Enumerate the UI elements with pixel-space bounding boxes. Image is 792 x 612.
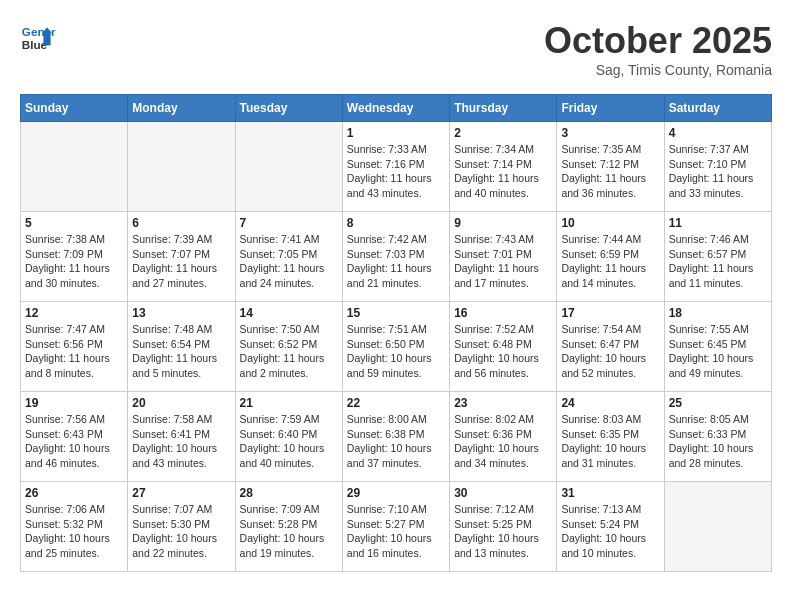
calendar-week-row: 1Sunrise: 7:33 AM Sunset: 7:16 PM Daylig… (21, 122, 772, 212)
calendar-cell: 24Sunrise: 8:03 AM Sunset: 6:35 PM Dayli… (557, 392, 664, 482)
day-info: Sunrise: 7:46 AM Sunset: 6:57 PM Dayligh… (669, 232, 767, 291)
day-info: Sunrise: 8:05 AM Sunset: 6:33 PM Dayligh… (669, 412, 767, 471)
weekday-header: Tuesday (235, 95, 342, 122)
calendar-cell (21, 122, 128, 212)
weekday-header: Wednesday (342, 95, 449, 122)
day-info: Sunrise: 7:41 AM Sunset: 7:05 PM Dayligh… (240, 232, 338, 291)
day-number: 13 (132, 306, 230, 320)
day-number: 3 (561, 126, 659, 140)
day-number: 23 (454, 396, 552, 410)
calendar-cell: 5Sunrise: 7:38 AM Sunset: 7:09 PM Daylig… (21, 212, 128, 302)
day-info: Sunrise: 8:02 AM Sunset: 6:36 PM Dayligh… (454, 412, 552, 471)
day-number: 5 (25, 216, 123, 230)
calendar-cell: 6Sunrise: 7:39 AM Sunset: 7:07 PM Daylig… (128, 212, 235, 302)
calendar-cell: 12Sunrise: 7:47 AM Sunset: 6:56 PM Dayli… (21, 302, 128, 392)
calendar-cell: 17Sunrise: 7:54 AM Sunset: 6:47 PM Dayli… (557, 302, 664, 392)
calendar-cell (235, 122, 342, 212)
day-number: 18 (669, 306, 767, 320)
calendar-cell: 10Sunrise: 7:44 AM Sunset: 6:59 PM Dayli… (557, 212, 664, 302)
calendar-cell: 16Sunrise: 7:52 AM Sunset: 6:48 PM Dayli… (450, 302, 557, 392)
weekday-header: Thursday (450, 95, 557, 122)
calendar-cell: 25Sunrise: 8:05 AM Sunset: 6:33 PM Dayli… (664, 392, 771, 482)
day-info: Sunrise: 7:38 AM Sunset: 7:09 PM Dayligh… (25, 232, 123, 291)
day-info: Sunrise: 7:56 AM Sunset: 6:43 PM Dayligh… (25, 412, 123, 471)
month-title: October 2025 (544, 20, 772, 62)
calendar-cell: 4Sunrise: 7:37 AM Sunset: 7:10 PM Daylig… (664, 122, 771, 212)
day-number: 12 (25, 306, 123, 320)
day-number: 9 (454, 216, 552, 230)
day-number: 16 (454, 306, 552, 320)
day-info: Sunrise: 7:44 AM Sunset: 6:59 PM Dayligh… (561, 232, 659, 291)
calendar-week-row: 5Sunrise: 7:38 AM Sunset: 7:09 PM Daylig… (21, 212, 772, 302)
svg-text:General: General (22, 25, 56, 38)
calendar-cell: 7Sunrise: 7:41 AM Sunset: 7:05 PM Daylig… (235, 212, 342, 302)
day-number: 19 (25, 396, 123, 410)
day-info: Sunrise: 7:10 AM Sunset: 5:27 PM Dayligh… (347, 502, 445, 561)
day-info: Sunrise: 7:47 AM Sunset: 6:56 PM Dayligh… (25, 322, 123, 381)
day-number: 25 (669, 396, 767, 410)
calendar-cell: 28Sunrise: 7:09 AM Sunset: 5:28 PM Dayli… (235, 482, 342, 572)
day-number: 24 (561, 396, 659, 410)
calendar-cell: 20Sunrise: 7:58 AM Sunset: 6:41 PM Dayli… (128, 392, 235, 482)
day-info: Sunrise: 7:13 AM Sunset: 5:24 PM Dayligh… (561, 502, 659, 561)
calendar-week-row: 12Sunrise: 7:47 AM Sunset: 6:56 PM Dayli… (21, 302, 772, 392)
calendar-cell: 8Sunrise: 7:42 AM Sunset: 7:03 PM Daylig… (342, 212, 449, 302)
calendar-cell: 19Sunrise: 7:56 AM Sunset: 6:43 PM Dayli… (21, 392, 128, 482)
day-number: 30 (454, 486, 552, 500)
day-info: Sunrise: 7:37 AM Sunset: 7:10 PM Dayligh… (669, 142, 767, 201)
day-number: 20 (132, 396, 230, 410)
day-info: Sunrise: 7:35 AM Sunset: 7:12 PM Dayligh… (561, 142, 659, 201)
calendar-cell: 3Sunrise: 7:35 AM Sunset: 7:12 PM Daylig… (557, 122, 664, 212)
day-info: Sunrise: 7:34 AM Sunset: 7:14 PM Dayligh… (454, 142, 552, 201)
calendar-cell: 21Sunrise: 7:59 AM Sunset: 6:40 PM Dayli… (235, 392, 342, 482)
calendar-week-row: 26Sunrise: 7:06 AM Sunset: 5:32 PM Dayli… (21, 482, 772, 572)
day-number: 8 (347, 216, 445, 230)
location: Sag, Timis County, Romania (544, 62, 772, 78)
day-number: 26 (25, 486, 123, 500)
day-info: Sunrise: 7:52 AM Sunset: 6:48 PM Dayligh… (454, 322, 552, 381)
calendar-cell: 29Sunrise: 7:10 AM Sunset: 5:27 PM Dayli… (342, 482, 449, 572)
day-number: 2 (454, 126, 552, 140)
calendar-cell (664, 482, 771, 572)
logo: General Blue (20, 20, 56, 56)
calendar-cell: 23Sunrise: 8:02 AM Sunset: 6:36 PM Dayli… (450, 392, 557, 482)
calendar-cell (128, 122, 235, 212)
day-number: 28 (240, 486, 338, 500)
day-number: 29 (347, 486, 445, 500)
day-info: Sunrise: 7:09 AM Sunset: 5:28 PM Dayligh… (240, 502, 338, 561)
day-info: Sunrise: 7:39 AM Sunset: 7:07 PM Dayligh… (132, 232, 230, 291)
day-number: 4 (669, 126, 767, 140)
calendar-week-row: 19Sunrise: 7:56 AM Sunset: 6:43 PM Dayli… (21, 392, 772, 482)
calendar-cell: 11Sunrise: 7:46 AM Sunset: 6:57 PM Dayli… (664, 212, 771, 302)
day-info: Sunrise: 7:42 AM Sunset: 7:03 PM Dayligh… (347, 232, 445, 291)
day-info: Sunrise: 7:51 AM Sunset: 6:50 PM Dayligh… (347, 322, 445, 381)
calendar-cell: 26Sunrise: 7:06 AM Sunset: 5:32 PM Dayli… (21, 482, 128, 572)
day-info: Sunrise: 7:07 AM Sunset: 5:30 PM Dayligh… (132, 502, 230, 561)
weekday-header: Monday (128, 95, 235, 122)
calendar-cell: 2Sunrise: 7:34 AM Sunset: 7:14 PM Daylig… (450, 122, 557, 212)
day-number: 14 (240, 306, 338, 320)
day-info: Sunrise: 8:03 AM Sunset: 6:35 PM Dayligh… (561, 412, 659, 471)
title-block: October 2025 Sag, Timis County, Romania (544, 20, 772, 78)
day-number: 27 (132, 486, 230, 500)
weekday-header: Sunday (21, 95, 128, 122)
logo-icon: General Blue (20, 20, 56, 56)
day-number: 10 (561, 216, 659, 230)
day-info: Sunrise: 7:59 AM Sunset: 6:40 PM Dayligh… (240, 412, 338, 471)
day-number: 17 (561, 306, 659, 320)
day-number: 6 (132, 216, 230, 230)
day-number: 21 (240, 396, 338, 410)
day-info: Sunrise: 7:33 AM Sunset: 7:16 PM Dayligh… (347, 142, 445, 201)
calendar-cell: 15Sunrise: 7:51 AM Sunset: 6:50 PM Dayli… (342, 302, 449, 392)
day-info: Sunrise: 7:50 AM Sunset: 6:52 PM Dayligh… (240, 322, 338, 381)
calendar-cell: 1Sunrise: 7:33 AM Sunset: 7:16 PM Daylig… (342, 122, 449, 212)
day-info: Sunrise: 7:55 AM Sunset: 6:45 PM Dayligh… (669, 322, 767, 381)
day-info: Sunrise: 7:43 AM Sunset: 7:01 PM Dayligh… (454, 232, 552, 291)
calendar-cell: 9Sunrise: 7:43 AM Sunset: 7:01 PM Daylig… (450, 212, 557, 302)
calendar-table: SundayMondayTuesdayWednesdayThursdayFrid… (20, 94, 772, 572)
calendar-cell: 13Sunrise: 7:48 AM Sunset: 6:54 PM Dayli… (128, 302, 235, 392)
calendar-cell: 18Sunrise: 7:55 AM Sunset: 6:45 PM Dayli… (664, 302, 771, 392)
calendar-cell: 22Sunrise: 8:00 AM Sunset: 6:38 PM Dayli… (342, 392, 449, 482)
day-number: 15 (347, 306, 445, 320)
day-info: Sunrise: 7:12 AM Sunset: 5:25 PM Dayligh… (454, 502, 552, 561)
